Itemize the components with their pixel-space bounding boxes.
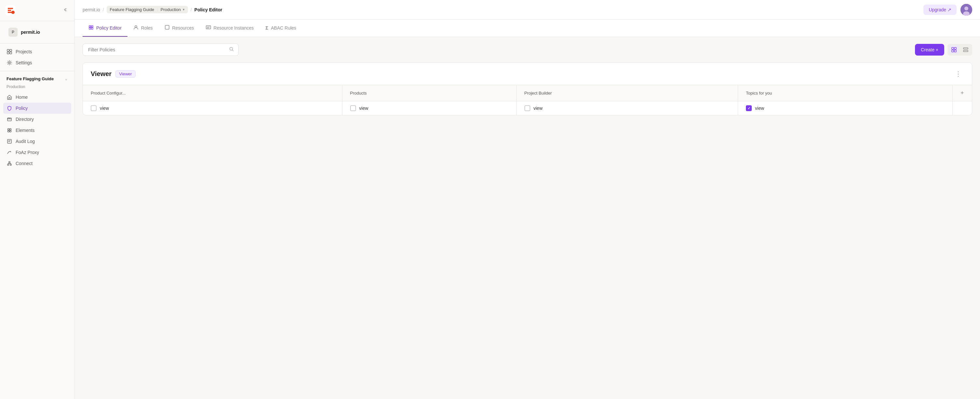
perm-label: view: [534, 106, 542, 111]
sidebar-item-connect[interactable]: Connect: [3, 158, 71, 169]
tabs-bar: Policy Editor Roles Resources: [75, 19, 980, 37]
breadcrumb-env: Production: [161, 7, 181, 12]
grid-icon: [6, 49, 12, 54]
tab-policy-editor-label: Policy Editor: [96, 25, 122, 30]
content-area: Create +: [75, 37, 980, 399]
sidebar-collapse-button[interactable]: [61, 6, 69, 15]
svg-rect-15: [9, 162, 10, 163]
policy-card: Viewer Viewer ⋮ Product Configur... Prod…: [83, 62, 972, 116]
perm-label: view: [359, 106, 368, 111]
svg-rect-21: [206, 26, 211, 29]
sidebar-item-audit-log[interactable]: Audit Log: [3, 136, 71, 147]
svg-rect-27: [963, 48, 968, 49]
sidebar-item-foaz-proxy[interactable]: FoAz Proxy: [3, 147, 71, 158]
svg-point-11: [10, 131, 11, 132]
permission-cell: view: [525, 105, 730, 111]
cell-topics-for-you-view: view: [738, 101, 952, 116]
filter-wrapper: [83, 44, 239, 56]
tab-abac-rules[interactable]: Σ ABAC Rules: [259, 20, 302, 36]
checkbox-project-builder-view[interactable]: [525, 105, 530, 111]
role-more-button[interactable]: ⋮: [952, 68, 964, 79]
svg-point-10: [8, 131, 10, 132]
sidebar-item-settings[interactable]: Settings: [3, 57, 71, 68]
svg-rect-2: [7, 49, 9, 51]
workspace-avatar: P: [8, 28, 18, 37]
breadcrumb-project-chip[interactable]: Feature Flagging Guide : Production ▾: [107, 6, 188, 13]
settings-icon: [6, 60, 12, 65]
view-toggle: [948, 44, 972, 55]
sidebar-top: [0, 0, 75, 21]
breadcrumb: permit.io / Feature Flagging Guide : Pro…: [83, 6, 222, 13]
filter-policies-input[interactable]: [83, 44, 239, 56]
top-nav: Projects Settings: [0, 44, 75, 71]
col-product-config: Product Configur...: [83, 85, 342, 101]
workspace-name: permit.io: [21, 30, 40, 35]
perm-label: view: [100, 106, 109, 111]
cell-product-config-view: view: [83, 101, 342, 116]
role-badge: Viewer: [115, 70, 135, 78]
chevron-down-icon: ▾: [183, 8, 185, 12]
role-title-area: Viewer Viewer: [91, 70, 135, 78]
svg-rect-14: [10, 164, 11, 165]
col-project-builder: Project Builder: [516, 85, 738, 101]
tab-resource-instances[interactable]: Resource Instances: [200, 19, 260, 37]
chevron-icon: ⌄: [64, 76, 68, 81]
sidebar: P permit.io Projects Sett: [0, 0, 75, 399]
breadcrumb-root: permit.io: [83, 7, 100, 12]
permit-logo-icon: [5, 5, 16, 16]
sidebar-item-home[interactable]: Home: [3, 92, 71, 103]
svg-point-19: [135, 26, 137, 28]
avatar[interactable]: [961, 4, 972, 16]
svg-point-8: [8, 129, 10, 130]
permission-cell: view: [746, 105, 944, 111]
checkbox-products-view[interactable]: [350, 105, 356, 111]
tab-roles-label: Roles: [141, 25, 153, 30]
elements-label: Elements: [16, 128, 35, 133]
view-list-button[interactable]: [961, 45, 971, 54]
toolbar-right: Create +: [915, 44, 972, 55]
breadcrumb-sep-2: /: [191, 7, 192, 12]
svg-rect-26: [954, 50, 956, 52]
content-toolbar: Create +: [83, 44, 972, 56]
svg-rect-3: [10, 49, 12, 51]
policy-icon: [6, 106, 12, 111]
sidebar-item-directory[interactable]: Directory: [3, 114, 71, 125]
project-header: Feature Flagging Guide ⌄: [3, 75, 71, 84]
permission-cell: view: [91, 105, 334, 111]
logo-area: [5, 5, 16, 16]
table-row: view view view: [83, 101, 972, 116]
view-grid-button[interactable]: [949, 45, 959, 54]
svg-point-9: [10, 129, 11, 130]
checkbox-product-config-view[interactable]: [91, 105, 97, 111]
add-resource-icon[interactable]: +: [961, 90, 964, 96]
cell-project-builder-view: view: [516, 101, 738, 116]
policy-editor-tab-icon: [88, 25, 94, 31]
svg-rect-23: [952, 48, 954, 49]
home-icon: [6, 95, 12, 100]
col-add-resource[interactable]: +: [952, 85, 972, 101]
abac-tab-icon: Σ: [265, 25, 268, 30]
breadcrumb-sep-1: /: [103, 7, 104, 12]
main-content: permit.io / Feature Flagging Guide : Pro…: [75, 0, 980, 399]
workspace-item[interactable]: P permit.io: [5, 25, 69, 39]
tab-roles[interactable]: Roles: [127, 19, 159, 37]
connect-icon: [6, 161, 12, 166]
project-env: Production: [3, 84, 71, 92]
tab-resources[interactable]: Resources: [159, 19, 200, 37]
perm-label: view: [755, 106, 764, 111]
workspace-section: P permit.io: [0, 21, 75, 44]
sidebar-item-elements[interactable]: Elements: [3, 125, 71, 136]
permission-cell: view: [350, 105, 509, 111]
checkbox-topics-for-you-view[interactable]: [746, 105, 752, 111]
tab-policy-editor[interactable]: Policy Editor: [83, 19, 127, 37]
sidebar-item-policy[interactable]: Policy: [3, 103, 71, 114]
svg-rect-5: [10, 52, 12, 54]
sidebar-item-projects[interactable]: Projects: [3, 46, 71, 57]
breadcrumb-current: Policy Editor: [194, 7, 223, 12]
svg-rect-25: [952, 50, 954, 52]
upgrade-button[interactable]: Upgrade ↗: [923, 5, 956, 15]
audit-icon: [6, 139, 12, 144]
resource-instances-tab-icon: [206, 25, 211, 31]
create-button[interactable]: Create +: [915, 44, 944, 55]
connect-label: Connect: [16, 161, 32, 166]
